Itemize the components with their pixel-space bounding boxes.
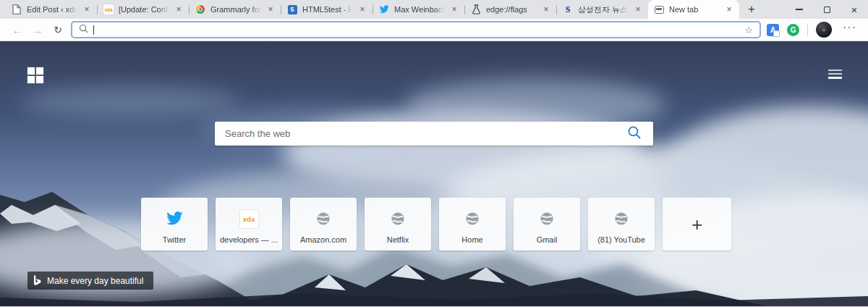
twitter-icon: [378, 4, 390, 15]
window-controls: ×: [786, 0, 868, 19]
tile-label: Home: [461, 235, 482, 251]
samsung-icon: S: [562, 4, 574, 15]
tab-title: New tab: [669, 5, 720, 14]
microsoft-logo-square: [36, 76, 43, 83]
refresh-button[interactable]: ↻: [48, 20, 68, 39]
tab-grammarly[interactable]: Grammarly for Ch ×: [190, 0, 281, 19]
web-search-submit-icon[interactable]: [627, 125, 642, 143]
tab-close-icon[interactable]: ×: [633, 4, 643, 14]
tab-samsung-newsroom[interactable]: S 삼성전자 뉴스룸( ×: [557, 0, 648, 19]
tab-close-icon[interactable]: ×: [357, 4, 367, 14]
web-search-input[interactable]: [225, 128, 627, 139]
tile-amazon[interactable]: Amazon.com: [290, 198, 357, 251]
tab-close-icon[interactable]: ×: [724, 4, 734, 14]
tab-close-icon[interactable]: ×: [265, 4, 276, 14]
tab-close-icon[interactable]: ×: [174, 4, 184, 14]
quick-links: Twitter xda developers — ... Amazon.com …: [141, 198, 731, 251]
bing-attribution[interactable]: Make every day beautiful: [27, 272, 153, 290]
back-button[interactable]: ←: [7, 20, 27, 39]
extensions-area: A G ···: [767, 22, 861, 38]
toolbar-divider: [807, 24, 808, 35]
new-tab-button[interactable]: +: [742, 0, 761, 19]
close-window-button[interactable]: ×: [841, 0, 868, 19]
tile-label: Netflix: [387, 235, 409, 251]
globe-icon: [391, 198, 405, 235]
tab-html5test[interactable]: 5 HTML5test - How ×: [281, 0, 373, 19]
tab-close-icon[interactable]: ×: [449, 4, 459, 14]
forward-button[interactable]: →: [27, 20, 48, 39]
tile-netflix[interactable]: Netflix: [365, 198, 431, 251]
search-icon: [79, 23, 88, 36]
bing-icon: [27, 275, 47, 286]
globe-icon: [614, 198, 629, 235]
xda-icon: xda: [103, 4, 114, 15]
microsoft-logo-square: [36, 67, 43, 75]
profile-avatar[interactable]: [816, 22, 832, 38]
microsoft-logo-square: [27, 67, 35, 75]
microsoft-logo[interactable]: [27, 67, 43, 83]
minimize-button[interactable]: [786, 0, 813, 19]
tile-gmail[interactable]: Gmail: [514, 198, 580, 251]
tile-label: Gmail: [537, 235, 558, 251]
globe-icon: [540, 198, 554, 235]
tab-new-tab[interactable]: New tab ×: [648, 0, 739, 19]
settings-menu-icon[interactable]: ···: [840, 28, 859, 33]
new-tab-page-icon: [653, 4, 665, 15]
tab-close-icon[interactable]: ×: [541, 4, 551, 14]
tile-label: (81) YouTube: [597, 235, 645, 251]
tile-twitter[interactable]: Twitter: [141, 198, 208, 251]
tabs: Edit Post ‹ xda-de × xda [Update: Confir…: [6, 0, 739, 19]
plus-icon: +: [692, 215, 702, 234]
microsoft-logo-square: [27, 76, 35, 83]
tab-title: HTML5test - How: [302, 5, 353, 14]
add-site-tile[interactable]: +: [663, 198, 731, 251]
twitter-icon: [166, 198, 183, 235]
tile-label: Twitter: [163, 235, 186, 251]
web-search-box[interactable]: [215, 122, 653, 146]
tile-label: developers — ...: [220, 235, 278, 251]
tile-youtube[interactable]: (81) YouTube: [588, 198, 655, 251]
tab-edge-flags[interactable]: edge://flags ×: [465, 0, 556, 19]
document-icon: [11, 4, 22, 15]
grammarly-extension-icon[interactable]: G: [787, 24, 799, 36]
globe-icon: [316, 198, 331, 235]
tab-twitter[interactable]: Max Weinbach (@ ×: [373, 0, 464, 19]
address-bar[interactable]: ☆: [71, 21, 761, 38]
favorite-star-icon[interactable]: ☆: [744, 25, 753, 35]
tile-label: Amazon.com: [300, 235, 346, 251]
tab-title: edge://flags: [486, 5, 537, 14]
tab-bar: Edit Post ‹ xda-de × xda [Update: Confir…: [0, 0, 868, 19]
globe-icon: [465, 198, 480, 235]
tab-close-icon[interactable]: ×: [82, 4, 92, 14]
html5test-icon: 5: [286, 4, 298, 15]
translate-extension-icon[interactable]: A: [767, 24, 779, 36]
bing-caption: Make every day beautiful: [47, 276, 143, 286]
tab-xda-update[interactable]: xda [Update: Confirme ×: [98, 0, 189, 19]
tab-edit-post[interactable]: Edit Post ‹ xda-de ×: [6, 0, 97, 19]
background-wallpaper: [0, 41, 868, 306]
chrome-webstore-icon: [195, 4, 206, 15]
tab-title: 삼성전자 뉴스룸(: [578, 4, 629, 15]
flask-icon: [470, 4, 482, 15]
tile-xda-developers[interactable]: xda developers — ...: [216, 198, 282, 251]
tab-title: Edit Post ‹ xda-de: [27, 5, 77, 14]
text-cursor: [93, 25, 94, 35]
maximize-button[interactable]: [813, 0, 841, 19]
tab-title: [Update: Confirme: [119, 5, 169, 14]
browser-window: Edit Post ‹ xda-de × xda [Update: Confir…: [0, 0, 868, 306]
tile-home[interactable]: Home: [439, 198, 506, 251]
page-menu-icon[interactable]: [828, 70, 842, 79]
xda-icon: xda: [240, 198, 258, 235]
toolbar: ← → ↻ ☆ A G ···: [0, 19, 868, 41]
tab-title: Grammarly for Ch: [210, 5, 261, 14]
new-tab-page: Twitter xda developers — ... Amazon.com …: [0, 41, 868, 306]
tab-title: Max Weinbach (@: [394, 5, 445, 14]
